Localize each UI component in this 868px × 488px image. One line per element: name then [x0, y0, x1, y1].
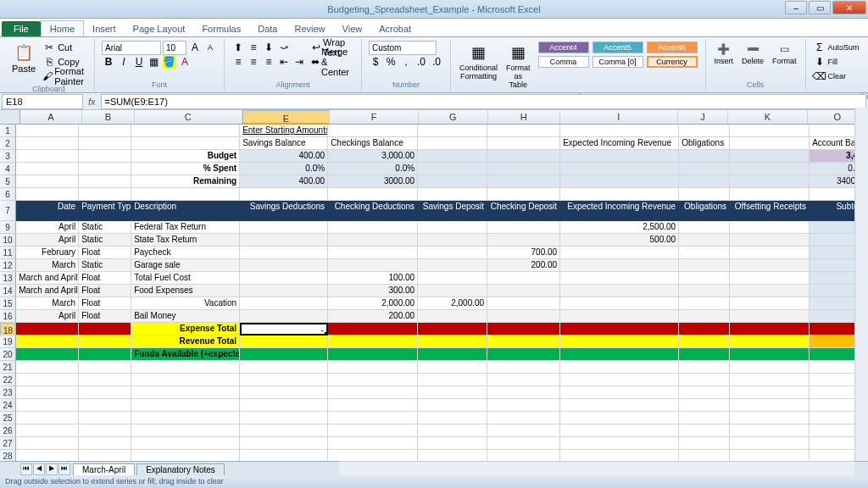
italic-button[interactable]: I — [117, 55, 131, 69]
format-as-table-button[interactable]: ▦Format as Table — [503, 41, 534, 91]
comma-icon[interactable]: , — [399, 55, 413, 69]
bold-button[interactable]: B — [102, 55, 115, 69]
tab-review[interactable]: Review — [286, 21, 333, 36]
window-title: Budgeting_Spreadsheet_Example - Microsof… — [327, 4, 540, 14]
fill-button[interactable]: ⬇Fill — [811, 55, 861, 69]
fill-color-button[interactable]: 🪣 — [163, 55, 176, 69]
col-K[interactable]: K — [728, 110, 807, 124]
style-accent5[interactable]: Accent5 — [593, 42, 643, 53]
insert-cells-button[interactable]: ➕Insert — [711, 41, 737, 67]
col-I[interactable]: I — [560, 110, 678, 124]
tab-view[interactable]: View — [334, 21, 371, 36]
tab-acrobat[interactable]: Acrobat — [370, 21, 420, 36]
indent-inc-icon[interactable]: ⇥ — [292, 55, 306, 69]
scissors-icon: ✂ — [42, 41, 56, 54]
col-G[interactable]: G — [419, 110, 487, 124]
col-H[interactable]: H — [488, 110, 560, 124]
align-left-icon[interactable]: ≡ — [231, 55, 245, 69]
conditional-formatting-button[interactable]: ▦Conditional Formatting — [456, 41, 501, 82]
group-number: $%,.0.0 Number — [362, 39, 451, 91]
align-center-icon[interactable]: ≡ — [247, 55, 260, 69]
status-bar: Drag outside selection to extend series … — [0, 476, 868, 488]
inc-decimal-icon[interactable]: .0 — [415, 55, 428, 69]
font-color-button[interactable]: A — [178, 55, 192, 69]
style-accent6[interactable]: Accent6 — [647, 42, 698, 53]
format-cells-button[interactable]: ▭Format — [769, 41, 800, 67]
align-right-icon[interactable]: ≡ — [262, 55, 275, 69]
file-tab[interactable]: File — [2, 21, 41, 36]
grow-font-icon[interactable]: A — [188, 41, 202, 54]
style-currency[interactable]: Currency — [647, 56, 698, 68]
cells-area[interactable]: Enter Starting Amounts:Savings BalanceCh… — [16, 125, 868, 488]
style-comma[interactable]: Comma — [538, 56, 589, 68]
group-font: AA BIU▦🪣A Font — [95, 39, 225, 91]
tab-home[interactable]: Home — [41, 20, 84, 36]
paste-icon: 📋 — [14, 42, 34, 63]
cut-button[interactable]: ✂Cut — [41, 41, 89, 54]
formula-bar: fx — [0, 93, 868, 110]
row-headers: 1234567910111213141516181920212223242526… — [0, 125, 16, 488]
indent-dec-icon[interactable]: ⇤ — [277, 55, 291, 69]
sheet-nav-last[interactable]: ⏭ — [58, 463, 70, 475]
sigma-icon: Σ — [813, 41, 826, 54]
underline-button[interactable]: U — [132, 55, 146, 69]
vertical-scrollbar[interactable] — [854, 108, 868, 461]
formula-input[interactable] — [101, 94, 866, 109]
merge-center-button[interactable]: ⬌Merge & Center — [309, 55, 356, 69]
name-box[interactable] — [2, 94, 83, 109]
insert-icon: ➕ — [717, 42, 731, 56]
maximize-button[interactable]: ▭ — [809, 1, 831, 14]
group-clipboard: 📋Paste ✂Cut ⎘Copy 🖌Format Painter Clipbo… — [3, 39, 95, 91]
col-F[interactable]: F — [330, 110, 419, 124]
wrap-icon: ↩ — [311, 41, 321, 54]
align-mid-icon[interactable]: ≡ — [247, 41, 260, 54]
brush-icon: 🖌 — [42, 69, 53, 83]
col-J[interactable]: J — [678, 110, 729, 124]
font-size-select[interactable] — [163, 41, 186, 55]
autosum-button[interactable]: ΣAutoSum — [811, 41, 861, 54]
col-C[interactable]: C — [135, 110, 242, 124]
group-alignment: ⬆≡⬇⤻ ≡≡≡⇤⇥ ↩Wrap Text ⬌Merge & Center Al… — [225, 39, 362, 91]
delete-icon: ➖ — [746, 42, 760, 56]
group-cells: ➕Insert ➖Delete ▭Format Cells — [706, 39, 806, 91]
fx-icon[interactable]: fx — [85, 97, 99, 107]
shrink-font-icon[interactable]: A — [203, 41, 217, 54]
percent-icon[interactable]: % — [384, 55, 398, 69]
paste-button[interactable]: 📋Paste — [8, 41, 39, 75]
border-button[interactable]: ▦ — [147, 55, 161, 69]
close-button[interactable]: ✕ — [832, 1, 866, 14]
sort-filter-button[interactable]: ⇅Sort & Filter — [863, 41, 868, 91]
merge-icon: ⬌ — [311, 55, 320, 69]
table-icon: ▦ — [508, 42, 528, 63]
orientation-icon[interactable]: ⤻ — [277, 41, 291, 54]
minimize-button[interactable]: – — [785, 1, 807, 14]
sheet-nav-next[interactable]: ▶ — [46, 463, 58, 475]
format-painter-button[interactable]: 🖌Format Painter — [41, 69, 89, 83]
col-E[interactable]: E — [242, 110, 330, 125]
delete-cells-button[interactable]: ➖Delete — [738, 41, 767, 67]
eraser-icon: ⌫ — [813, 69, 826, 83]
col-A[interactable]: A — [20, 110, 82, 124]
tab-page-layout[interactable]: Page Layout — [125, 21, 194, 36]
tab-data[interactable]: Data — [249, 21, 286, 36]
tab-insert[interactable]: Insert — [84, 21, 125, 36]
align-bot-icon[interactable]: ⬇ — [262, 41, 275, 54]
sheet-nav-prev[interactable]: ◀ — [33, 463, 45, 475]
align-top-icon[interactable]: ⬆ — [231, 41, 245, 54]
group-styles: ▦Conditional Formatting ▦Format as Table… — [451, 39, 706, 91]
horizontal-scrollbar[interactable] — [339, 461, 854, 476]
sheet-tab-other[interactable]: Explanatory Notes — [136, 463, 225, 475]
dec-decimal-icon[interactable]: .0 — [430, 55, 443, 69]
sheet-tab-active[interactable]: March-April — [73, 463, 135, 475]
font-name-select[interactable] — [102, 41, 161, 55]
sheet-nav-first[interactable]: ⏮ — [20, 463, 32, 475]
currency-icon[interactable]: $ — [369, 55, 382, 69]
tab-formulas[interactable]: Formulas — [193, 21, 249, 36]
style-accent4[interactable]: Accent4 — [538, 42, 589, 53]
select-all-corner[interactable] — [0, 110, 20, 124]
fill-icon: ⬇ — [813, 55, 826, 69]
col-B[interactable]: B — [82, 110, 135, 124]
clear-button[interactable]: ⌫Clear — [811, 69, 861, 83]
number-format-select[interactable] — [369, 41, 437, 55]
style-comma0[interactable]: Comma [0] — [593, 56, 643, 68]
